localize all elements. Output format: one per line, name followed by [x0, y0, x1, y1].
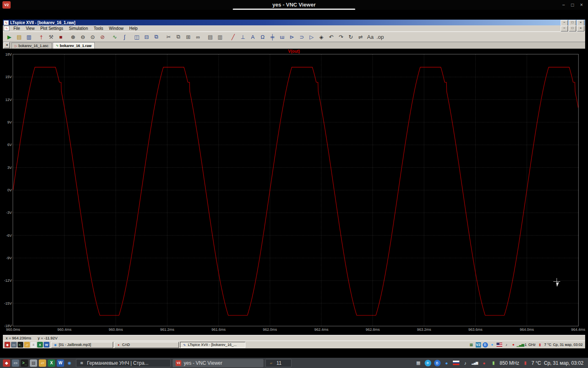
- battery-icon[interactable]: ▮: [490, 360, 497, 366]
- zoom-area-icon[interactable]: ⊘: [98, 32, 107, 41]
- find-icon[interactable]: ∞: [193, 32, 203, 41]
- host-minimize-button[interactable]: −: [560, 2, 567, 8]
- control-panel-icon[interactable]: ⚒: [46, 32, 56, 41]
- notification-icon[interactable]: ●: [481, 360, 488, 366]
- terminal-icon[interactable]: >_: [21, 359, 28, 367]
- printer-icon[interactable]: ▤: [30, 359, 37, 367]
- task-vnc-viewer[interactable]: V2 yes - VNC Viewer: [173, 359, 263, 367]
- temperature[interactable]: 7 °C: [544, 343, 552, 347]
- network-monitor-icon[interactable]: ▦: [469, 342, 474, 348]
- cpu-frequency-value[interactable]: 1: [525, 343, 527, 347]
- water-drop-icon[interactable]: ●: [490, 342, 495, 348]
- cpu-frequency-unit[interactable]: GHz: [528, 343, 536, 347]
- halt-icon[interactable]: ■: [56, 32, 66, 41]
- cpu-graph-icon[interactable]: ▁▃▅: [518, 342, 523, 348]
- volume-icon[interactable]: ♪: [504, 342, 509, 348]
- task-file-manager[interactable]: ▱ 11: [265, 359, 292, 367]
- menu-item[interactable]: Plot Settings: [38, 25, 66, 31]
- spreadsheet-icon[interactable]: X: [48, 359, 55, 367]
- zoom-full-icon[interactable]: ⊙: [88, 32, 98, 41]
- menu-item[interactable]: File: [11, 25, 23, 31]
- ltspice-restore-button[interactable]: □: [569, 20, 576, 26]
- tab-schematic[interactable]: ▷ bokarev_16_1.asc: [11, 43, 52, 49]
- tile-vertical-icon[interactable]: ◫: [132, 32, 142, 41]
- zoom-in-icon[interactable]: ⊕: [68, 32, 78, 41]
- task-browser[interactable]: ▤ Германиевые УНЧ | Стра...: [76, 359, 171, 367]
- host-maximize-button[interactable]: □: [569, 2, 576, 8]
- child-minimize-button[interactable]: −: [561, 26, 568, 31]
- paste-icon[interactable]: ⊞: [183, 32, 193, 41]
- start-menu-icon[interactable]: ◆: [3, 359, 10, 367]
- menu-item[interactable]: View: [23, 25, 38, 31]
- clock[interactable]: Ср, 31 мар, 03:02: [544, 360, 584, 366]
- bluetooth-icon[interactable]: B: [483, 342, 488, 348]
- menu-item[interactable]: Window: [106, 25, 127, 31]
- mirror-icon[interactable]: ⇌: [356, 32, 365, 41]
- redo-icon[interactable]: ↷: [336, 32, 346, 41]
- task-cad[interactable]: ● CAD: [114, 342, 179, 348]
- capacitor-icon[interactable]: ╪: [267, 32, 277, 41]
- bluetooth-icon[interactable]: B: [434, 360, 441, 366]
- clock[interactable]: Ср, 31 мар, 03:02: [553, 343, 583, 347]
- print-icon[interactable]: ▤: [205, 32, 215, 41]
- child-close-button[interactable]: ×: [577, 26, 584, 31]
- ground-icon[interactable]: ⊥: [238, 32, 248, 41]
- copy-icon[interactable]: ⧉: [174, 32, 183, 41]
- menu-item[interactable]: Tools: [91, 25, 106, 31]
- text-icon[interactable]: Aa: [365, 32, 375, 41]
- notification-icon[interactable]: ●: [511, 342, 516, 348]
- ltspice-close-button[interactable]: ×: [577, 20, 584, 26]
- child-restore-button[interactable]: □: [569, 26, 576, 31]
- vnc-toolbar-handle[interactable]: [233, 9, 355, 10]
- spice-directive-icon[interactable]: .op: [375, 32, 385, 41]
- waveform-pane[interactable]: V(out) 18V15V12V9V6V3V0V-3V-6V-9V-12V-15…: [3, 49, 585, 335]
- us-flag-icon[interactable]: [497, 343, 502, 347]
- menu-icon[interactable]: ◆: [4, 342, 10, 348]
- signal-bars-icon[interactable]: ▂▄▆: [472, 360, 478, 366]
- ltspice-minimize-button[interactable]: −: [561, 20, 568, 26]
- tile-horizontal-icon[interactable]: ⊟: [142, 32, 151, 41]
- writer-icon[interactable]: W: [44, 342, 49, 348]
- probe-icon[interactable]: †: [36, 32, 46, 41]
- tab-scroll-left-button[interactable]: ◂: [4, 42, 10, 48]
- autorange-icon[interactable]: ∿: [110, 32, 120, 41]
- vnc-viewport[interactable]: ∿ LTspice XVII - [bokarev_16_1.raw] − □ …: [3, 20, 585, 348]
- undo-icon[interactable]: ↶: [326, 32, 336, 41]
- plot-area[interactable]: [13, 54, 579, 326]
- zoom-out-icon[interactable]: ⊖: [78, 32, 88, 41]
- tab-waveform[interactable]: ∿ bokarev_16_1.raw: [53, 42, 95, 49]
- inductor-icon[interactable]: ɯ: [277, 32, 287, 41]
- text-editor-icon[interactable]: ≡: [31, 342, 36, 348]
- screenshot-icon[interactable]: ▦: [415, 360, 422, 366]
- ru-flag-icon[interactable]: [453, 361, 459, 365]
- terminal-icon[interactable]: >_: [18, 342, 23, 348]
- print-preview-icon[interactable]: ▥: [215, 32, 225, 41]
- and-gate-icon[interactable]: ⊃: [297, 32, 307, 41]
- cascade-icon[interactable]: ⧉: [151, 32, 161, 41]
- cpu-frequency[interactable]: 850 MHz: [500, 360, 519, 366]
- diode-icon[interactable]: ⊳: [287, 32, 297, 41]
- file-manager-icon[interactable]: ▱: [24, 342, 30, 348]
- file-manager-icon[interactable]: ▱: [39, 359, 46, 367]
- save-icon[interactable]: ▥: [24, 32, 34, 41]
- host-close-button[interactable]: ×: [578, 2, 585, 8]
- task-ltspice[interactable]: ∿ LTspice XVII - [bokarev_16_...: [180, 342, 245, 348]
- net-label-icon[interactable]: A: [248, 32, 258, 41]
- vnc-server-icon[interactable]: V2: [476, 342, 481, 348]
- wire-icon[interactable]: ╱: [228, 32, 238, 41]
- spreadsheet-icon[interactable]: X: [37, 342, 43, 348]
- child-window-icon[interactable]: ∿: [4, 26, 9, 31]
- temperature[interactable]: 7 °C: [532, 360, 541, 366]
- display-icon[interactable]: ▭: [12, 359, 19, 367]
- task-audio-player[interactable]: ◉ [01 - Jailbreak.mp3]: [51, 342, 113, 348]
- writer-icon[interactable]: W: [57, 359, 64, 367]
- ltspice-titlebar[interactable]: ∿ LTspice XVII - [bokarev_16_1.raw] − □ …: [3, 20, 585, 25]
- volume-icon[interactable]: ♪: [462, 360, 469, 366]
- menu-item[interactable]: Help: [126, 25, 140, 31]
- component-icon[interactable]: ▷: [307, 32, 316, 41]
- move-icon[interactable]: ◈: [316, 32, 326, 41]
- resistor-icon[interactable]: Ω: [258, 32, 267, 41]
- run-icon[interactable]: ▶: [4, 32, 14, 41]
- telegram-icon[interactable]: ✈: [425, 360, 431, 366]
- display-icon[interactable]: ▭: [11, 342, 17, 348]
